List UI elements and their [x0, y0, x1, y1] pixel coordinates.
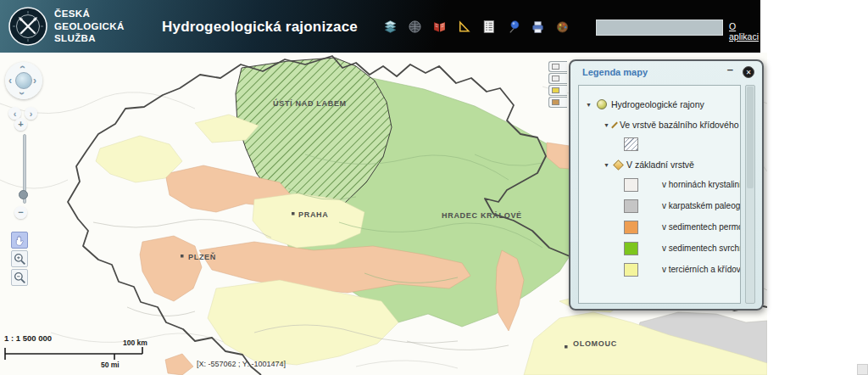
panel-tab-strip — [548, 61, 567, 108]
legend-item-label: v karpatském paleogénu a ... — [662, 201, 741, 210]
city-label-plzen: PLZEŇ — [188, 252, 216, 261]
legend-swatch-hatched — [624, 137, 638, 151]
pin-search-icon — [506, 20, 520, 34]
measure-icon — [457, 20, 471, 34]
hand-icon — [13, 233, 26, 247]
legend-list-button[interactable] — [480, 19, 497, 36]
layer-globe-icon — [597, 99, 607, 109]
palette-icon — [555, 20, 570, 34]
globe-icon — [408, 20, 422, 34]
pan-up-arrow[interactable]: › — [18, 65, 26, 69]
next-extent-button[interactable]: › — [25, 107, 37, 120]
legend-panel: Legenda mapy – ✕ ▼ Hydrogeologické rajon… — [569, 59, 764, 311]
legend-item: v horninách krystalinika, pro... — [586, 174, 737, 195]
about-link[interactable]: O aplikaci — [729, 21, 760, 42]
scroll-corner — [857, 364, 868, 375]
zoom-out-button[interactable]: − — [14, 206, 27, 219]
expand-arrow-icon[interactable]: ▼ — [586, 102, 593, 108]
map-book-button[interactable] — [431, 19, 448, 36]
magnifier-minus-icon — [13, 271, 26, 284]
zoom-slider-handle[interactable] — [19, 190, 28, 199]
scale-mi-label: 50 mi — [101, 361, 120, 369]
legend-swatch — [624, 221, 638, 234]
layer-diamond-icon — [613, 160, 624, 171]
legend-item-label: v horninách krystalinika, pro... — [662, 180, 741, 189]
zoom-out-tool-button[interactable] — [11, 269, 28, 286]
city-label-usti: ÚSTÍ NAD LABEM — [273, 98, 347, 108]
legend-group-label[interactable]: V základní vrstvě — [626, 160, 694, 170]
legend-scrollbar-thumb[interactable] — [747, 87, 754, 188]
legend-content: ▼ Hydrogeologické rajony ▼ Ve vrstvě baz… — [578, 85, 741, 304]
legend-item: v sedimentech permokarbo... — [586, 216, 737, 238]
map-tools — [11, 232, 28, 286]
legend-swatch — [624, 199, 638, 213]
pan-down-arrow[interactable]: › — [18, 92, 26, 95]
legend-panel-title: Legenda mapy — [582, 67, 648, 77]
globe-button[interactable] — [406, 19, 423, 36]
layers-icon — [383, 20, 398, 34]
legend-item: v sedimentech svrchní křídy — [586, 238, 737, 259]
city-label-hradec: HRADEC KRÁLOVÉ — [442, 211, 522, 220]
legend-swatch — [624, 178, 638, 192]
legend-group-label[interactable]: Ve vrstvě bazálního křídového kolektoru — [620, 120, 741, 130]
pan-rosette: › › ‹ › — [5, 62, 42, 99]
search-input[interactable] — [596, 20, 723, 36]
scale-km-label: 100 km — [123, 339, 147, 347]
header: ČESKÁ GEOLOGICKÁ SLUŽBA Hydrogeologická … — [0, 0, 760, 53]
city-label-olomouc: OLOMOUC — [573, 339, 617, 348]
pan-left-arrow[interactable]: ‹ — [8, 76, 12, 85]
cursor-coordinates: [X: -557062 ; Y: -1001474] — [197, 360, 286, 368]
zoom-in-button[interactable]: + — [14, 118, 27, 131]
full-extent-button[interactable] — [15, 72, 32, 89]
panel-tab[interactable] — [548, 97, 567, 108]
magnifier-plus-icon — [13, 252, 26, 266]
cgs-logo — [7, 5, 49, 48]
legend-item: v terciérních a křídových pán... — [586, 259, 737, 280]
print-icon — [531, 20, 545, 34]
layers-button[interactable] — [381, 19, 398, 36]
legend-swatch — [624, 263, 638, 277]
brand-name: ČESKÁ GEOLOGICKÁ SLUŽBA — [54, 8, 125, 45]
city-label-praha: PRAHA — [298, 210, 329, 219]
panel-tab-icon — [552, 76, 559, 81]
page-title: Hydrogeologická rajonizace — [162, 19, 358, 36]
app-window: ČESKÁ GEOLOGICKÁ SLUŽBA Hydrogeologická … — [0, 0, 868, 375]
legend-item-label: v terciérních a křídových pán... — [662, 265, 741, 274]
layer-diamond-icon — [611, 121, 618, 128]
legend-swatch — [624, 242, 638, 255]
pan-tool-button[interactable] — [11, 232, 28, 249]
zoom-in-tool-button[interactable] — [11, 250, 28, 267]
panel-tab[interactable] — [548, 61, 567, 72]
legend-root-label[interactable]: Hydrogeologické rajony — [611, 99, 704, 109]
minimize-button[interactable]: – — [727, 63, 733, 76]
panel-tab-icon — [552, 64, 559, 70]
expand-arrow-icon[interactable]: ▼ — [604, 122, 609, 128]
legend-item-label: v sedimentech svrchní křídy — [662, 243, 741, 253]
palette-button[interactable] — [554, 19, 570, 36]
legend-scrollbar[interactable] — [745, 85, 755, 304]
expand-arrow-icon[interactable]: ▼ — [604, 162, 610, 168]
map-toolbar — [381, 19, 570, 36]
print-button[interactable] — [529, 19, 546, 36]
panel-tab-icon — [552, 99, 559, 105]
panel-tab-icon — [552, 87, 559, 93]
pan-right-arrow[interactable]: › — [33, 76, 36, 85]
legend-list-icon — [481, 20, 496, 34]
legend-item: v karpatském paleogénu a ... — [586, 195, 737, 216]
measure-button[interactable] — [455, 19, 472, 36]
scale-ratio: 1 : 1 500 000 — [4, 333, 52, 343]
legend-item-label: v sedimentech permokarbo... — [662, 222, 741, 232]
panel-tab[interactable] — [548, 85, 567, 96]
pin-search-button[interactable] — [504, 19, 521, 36]
close-button[interactable]: ✕ — [743, 66, 754, 78]
panel-tab[interactable] — [548, 73, 567, 84]
map-book-icon — [432, 20, 447, 34]
